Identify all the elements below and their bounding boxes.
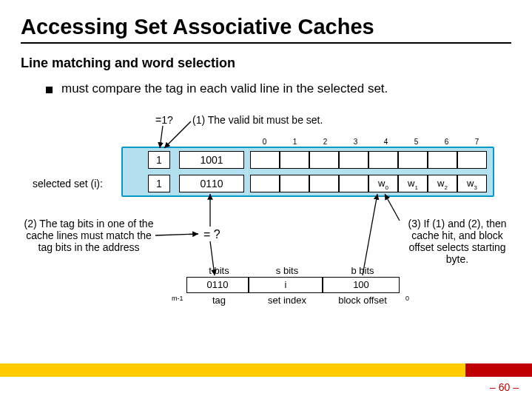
data-cell <box>309 175 339 192</box>
col-num: 5 <box>401 138 431 146</box>
svg-line-6 <box>363 194 377 275</box>
tag-compare-label: = ? <box>203 228 220 241</box>
cache-line-0: 1 1001 <box>148 151 487 169</box>
valid-cell: 1 <box>148 151 170 169</box>
data-cell <box>457 151 487 169</box>
addr-name: block offset <box>324 295 401 306</box>
addr-name: set index <box>250 295 324 306</box>
data-cell <box>368 151 398 169</box>
tag-cell: 1001 <box>179 151 244 169</box>
col-num: 3 <box>340 138 371 146</box>
footer-stripe <box>0 363 532 377</box>
subtitle: Line matching and word selection <box>0 56 532 71</box>
data-cell <box>250 151 280 169</box>
data-cell: w0 <box>368 175 398 192</box>
page-number: – 60 – <box>490 381 519 393</box>
data-block: w0 w1 w2 w3 <box>250 175 487 192</box>
col-num: 6 <box>431 138 462 146</box>
data-cell: w2 <box>428 175 457 192</box>
valid-note: (1) The valid bit must be set. <box>192 114 323 126</box>
col-num: 7 <box>462 138 492 146</box>
data-cell <box>428 151 457 169</box>
data-block <box>250 151 487 169</box>
tag-cell: 0110 <box>179 175 244 192</box>
addr-name: tag <box>188 295 250 306</box>
data-cell <box>250 175 280 192</box>
col-num: 1 <box>280 138 310 146</box>
page-title: Accessing Set Associative Caches <box>0 0 532 42</box>
footer-yellow <box>0 363 465 377</box>
col-num: 2 <box>310 138 340 146</box>
setindex-field: i <box>249 277 323 293</box>
data-cell <box>280 175 309 192</box>
valid-cell: 1 <box>148 175 170 192</box>
data-cell <box>339 175 368 192</box>
note-2: (2) The tag bits in one of the cache lin… <box>22 218 155 253</box>
footer-red <box>465 363 532 377</box>
addr-field-names: tag set index block offset <box>188 295 401 306</box>
data-cell: w1 <box>398 175 428 192</box>
svg-line-4 <box>155 234 198 235</box>
bullet-square-icon <box>46 87 53 93</box>
title-underline <box>21 42 511 44</box>
note-3: (3) If (1) and (2), then cache hit, and … <box>400 218 515 265</box>
addr-bit-labels: t bits s bits b bits <box>188 265 401 276</box>
addr-label: b bits <box>324 265 401 276</box>
data-cell <box>339 151 368 169</box>
col-num: 0 <box>249 138 280 146</box>
addr-label: s bits <box>250 265 324 276</box>
lsb-label: 0 <box>405 295 409 302</box>
svg-line-0 <box>160 126 163 148</box>
address-box: 0110 i 100 <box>186 277 400 293</box>
bullet-text: must compare the tag in each valid line … <box>61 81 388 96</box>
col-num: 4 <box>371 138 401 146</box>
bullet-row: must compare the tag in each valid line … <box>0 81 532 96</box>
addr-label: t bits <box>188 265 250 276</box>
svg-line-5 <box>385 194 400 221</box>
data-cell <box>309 151 339 169</box>
selected-set-label: selected set (i): <box>33 178 103 190</box>
tag-field: 0110 <box>186 277 249 293</box>
column-indices: 0 1 2 3 4 5 6 7 <box>249 138 492 146</box>
data-cell <box>398 151 428 169</box>
blockoffset-field: 100 <box>323 277 400 293</box>
valid-check-label: =1? <box>155 114 173 126</box>
data-cell <box>280 151 309 169</box>
diagram: =1? (1) The valid bit must be set. 0 1 2… <box>0 110 532 332</box>
cache-line-1: 1 0110 w0 w1 w2 w3 <box>148 175 487 192</box>
msb-label: m-1 <box>172 295 183 302</box>
data-cell: w3 <box>457 175 487 192</box>
